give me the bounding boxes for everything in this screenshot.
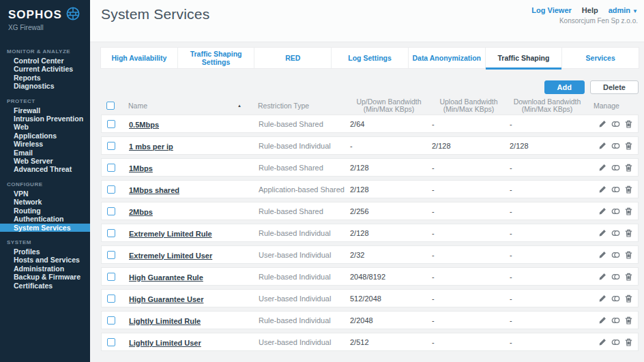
restriction-type-value: User-based Individual xyxy=(259,295,349,303)
admin-menu[interactable]: admin▼ xyxy=(609,6,638,14)
sidebar-item-reports[interactable]: Reports xyxy=(0,74,90,82)
sidebar-item-administration[interactable]: Administration xyxy=(0,265,90,273)
add-button[interactable]: Add xyxy=(544,80,585,94)
delete-icon[interactable] xyxy=(625,185,632,194)
delete-icon[interactable] xyxy=(625,142,632,150)
upload-bandwidth-value: - xyxy=(430,273,508,281)
log-viewer-link[interactable]: Log Viewer xyxy=(531,6,571,14)
edit-icon[interactable] xyxy=(598,295,606,303)
delete-icon[interactable] xyxy=(625,295,632,303)
rule-name-link[interactable]: Lightly Limited User xyxy=(129,339,201,347)
sidebar-item-wireless[interactable]: Wireless xyxy=(0,140,90,148)
sidebar-item-control-center[interactable]: Control Center xyxy=(0,57,90,65)
sidebar-item-diagnostics[interactable]: Diagnostics xyxy=(0,82,90,90)
clone-icon[interactable] xyxy=(611,207,620,215)
sidebar-section: CONFIGURE VPNNetworkRoutingAuthenticatio… xyxy=(0,174,90,232)
tab-data-anonymization[interactable]: Data Anonymization xyxy=(409,48,486,68)
sidebar-item-vpn[interactable]: VPN xyxy=(0,190,90,198)
sidebar-item-certificates[interactable]: Certificates xyxy=(0,282,90,290)
rule-name-link[interactable]: 1Mbps xyxy=(129,164,153,172)
edit-icon[interactable] xyxy=(598,273,606,281)
sidebar-item-advanced-threat[interactable]: Advanced Threat xyxy=(0,165,90,173)
row-checkbox[interactable] xyxy=(107,142,115,150)
clone-icon[interactable] xyxy=(611,185,620,194)
rule-name-link[interactable]: Lightly Limited Rule xyxy=(129,317,201,325)
row-checkbox[interactable] xyxy=(107,316,115,325)
rule-name-link[interactable]: High Guarantee Rule xyxy=(129,273,203,282)
delete-icon[interactable] xyxy=(625,251,632,259)
clone-icon[interactable] xyxy=(611,120,620,128)
sidebar-item-firewall[interactable]: Firewall xyxy=(0,106,90,115)
edit-icon[interactable] xyxy=(598,164,606,172)
clone-icon[interactable] xyxy=(611,273,620,281)
row-checkbox[interactable] xyxy=(107,120,115,128)
clone-icon[interactable] xyxy=(611,229,620,237)
clone-icon[interactable] xyxy=(611,251,620,259)
edit-icon[interactable] xyxy=(598,229,606,237)
upload-bandwidth-value: - xyxy=(430,338,508,346)
tab-traffic-shaping-settings[interactable]: Traffic Shaping Settings xyxy=(178,48,255,68)
row-checkbox[interactable] xyxy=(107,273,115,281)
edit-icon[interactable] xyxy=(598,120,606,128)
sidebar-item-current-activities[interactable]: Current Activities xyxy=(0,65,90,73)
edit-icon[interactable] xyxy=(598,251,606,259)
upload-bandwidth-value: 2/128 xyxy=(430,142,508,150)
sidebar-item-routing[interactable]: Routing xyxy=(0,207,90,215)
sidebar-item-web[interactable]: Web xyxy=(0,123,90,131)
edit-icon[interactable] xyxy=(598,142,606,150)
row-checkbox[interactable] xyxy=(107,229,115,237)
edit-icon[interactable] xyxy=(598,207,606,215)
edit-icon[interactable] xyxy=(598,316,606,325)
row-checkbox[interactable] xyxy=(107,207,115,215)
clone-icon[interactable] xyxy=(611,338,620,346)
tab-services[interactable]: Services xyxy=(562,48,639,68)
download-bandwidth-value: - xyxy=(508,251,587,259)
rule-name-link[interactable]: 2Mbps xyxy=(129,208,153,216)
sidebar-item-network[interactable]: Network xyxy=(0,198,90,206)
sidebar-item-authentication[interactable]: Authentication xyxy=(0,215,90,223)
clone-icon[interactable] xyxy=(611,142,620,150)
rule-name-link[interactable]: 1Mbps shared xyxy=(129,186,179,194)
tab-high-availability[interactable]: High Availability xyxy=(101,48,178,68)
clone-icon[interactable] xyxy=(611,295,620,303)
delete-icon[interactable] xyxy=(625,229,632,237)
tab-red[interactable]: RED xyxy=(254,48,332,68)
sidebar-item-intrusion-prevention[interactable]: Intrusion Prevention xyxy=(0,115,90,123)
delete-icon[interactable] xyxy=(625,207,632,215)
sidebar-item-web-server[interactable]: Web Server xyxy=(0,157,90,165)
row-checkbox[interactable] xyxy=(107,251,115,259)
sidebar-item-system-services[interactable]: System Services xyxy=(0,224,90,232)
sidebar-item-email[interactable]: Email xyxy=(0,149,90,157)
row-checkbox[interactable] xyxy=(107,164,115,172)
rule-name-link[interactable]: 0.5Mbps xyxy=(129,121,159,129)
help-link[interactable]: Help xyxy=(582,6,598,14)
tab-traffic-shaping[interactable]: Traffic Shaping xyxy=(486,48,563,68)
sidebar-item-backup-firmware[interactable]: Backup & Firmware xyxy=(0,273,90,281)
sidebar-item-applications[interactable]: Applications xyxy=(0,132,90,140)
delete-icon[interactable] xyxy=(625,164,632,172)
row-checkbox[interactable] xyxy=(107,185,115,194)
row-checkbox[interactable] xyxy=(107,338,115,346)
clone-icon[interactable] xyxy=(611,316,620,325)
sidebar-item-profiles[interactable]: Profiles xyxy=(0,247,90,256)
rule-name-link[interactable]: Extremely Limited Rule xyxy=(129,230,212,238)
clone-icon[interactable] xyxy=(611,164,620,172)
restriction-type-value: Application-based Shared xyxy=(259,185,349,194)
row-checkbox[interactable] xyxy=(107,295,115,303)
delete-icon[interactable] xyxy=(625,120,632,128)
delete-icon[interactable] xyxy=(625,316,632,325)
rule-name-link[interactable]: High Guarantee User xyxy=(129,295,203,303)
edit-icon[interactable] xyxy=(598,338,606,346)
delete-icon[interactable] xyxy=(625,273,632,281)
select-all-checkbox[interactable] xyxy=(106,102,115,110)
tab-log-settings[interactable]: Log Settings xyxy=(332,48,409,68)
rule-name-link[interactable]: Extremely Limited User xyxy=(129,252,212,260)
sidebar-item-hosts-and-services[interactable]: Hosts and Services xyxy=(0,256,90,264)
edit-icon[interactable] xyxy=(598,185,606,194)
column-header-name[interactable]: Name ▲ xyxy=(128,102,258,110)
delete-button[interactable]: Delete xyxy=(590,80,639,94)
updown-bandwidth-value: - xyxy=(349,142,430,150)
delete-icon[interactable] xyxy=(625,338,632,346)
rule-name-link[interactable]: 1 mbs per ip xyxy=(129,142,173,151)
chevron-down-icon: ▼ xyxy=(632,8,638,14)
